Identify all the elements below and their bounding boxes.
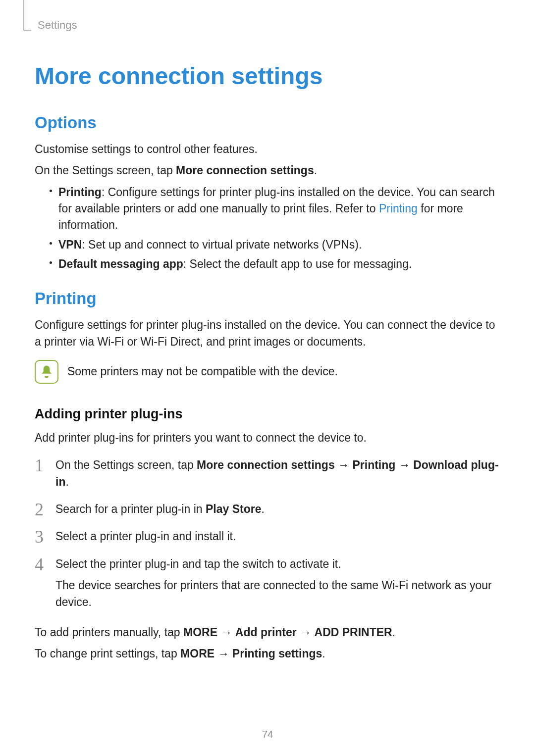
step-item: Select the printer plug-in and tap the s… — [35, 556, 500, 610]
text: Search for a printer plug-in in — [55, 503, 206, 515]
arrow-icon: → — [395, 458, 413, 471]
bullet-dot-icon — [50, 242, 52, 245]
bullet-dot-icon — [50, 261, 52, 264]
options-bullet-list: Printing: Configure settings for printer… — [50, 184, 500, 273]
note-text: Some printers may not be compatible with… — [67, 363, 338, 380]
text: . — [65, 475, 68, 488]
bold-text: VPN — [58, 238, 82, 251]
page: Settings More connection settings Option… — [0, 0, 535, 755]
page-number: 74 — [0, 729, 535, 740]
arrow-icon: → — [297, 626, 315, 639]
bold-text: Printing settings — [232, 647, 322, 660]
text: . — [392, 626, 395, 639]
arrow-icon: → — [214, 647, 232, 660]
bold-text: Play Store — [206, 503, 262, 515]
page-title: More connection settings — [35, 62, 500, 90]
text: Select the printer plug-in and tap the s… — [55, 556, 500, 572]
bold-text: Add printer — [235, 626, 297, 639]
tail-paragraph-1: To add printers manually, tap MORE → Add… — [35, 624, 500, 641]
step-item: Select a printer plug-in and install it. — [35, 528, 500, 545]
options-intro: Customise settings to control other feat… — [35, 141, 500, 157]
bullet-dot-icon — [50, 190, 52, 192]
text: . — [314, 164, 317, 177]
text: : Set up and connect to virtual private … — [82, 238, 362, 251]
note-bell-icon — [35, 360, 58, 384]
bold-text: ADD PRINTER — [315, 626, 392, 639]
bold-text: MORE — [180, 647, 214, 660]
text: . — [322, 647, 325, 660]
note-row: Some printers may not be compatible with… — [35, 360, 500, 384]
text: To add printers manually, tap — [35, 626, 183, 639]
text: On the Settings screen, tap — [35, 164, 176, 177]
section-heading-options: Options — [35, 113, 500, 132]
text: : Select the default app to use for mess… — [183, 257, 412, 270]
text: The device searches for printers that ar… — [55, 577, 500, 610]
subheading-adding-printer-plugins: Adding printer plug-ins — [35, 406, 500, 422]
tail-paragraph-2: To change print settings, tap MORE → Pri… — [35, 646, 500, 662]
subintro: Add printer plug-ins for printers you wa… — [35, 430, 500, 446]
text: Select a printer plug-in and install it. — [55, 530, 236, 543]
link-printing[interactable]: Printing — [379, 202, 418, 215]
step-item: On the Settings screen, tap More connect… — [35, 457, 500, 490]
list-item: VPN: Set up and connect to virtual priva… — [50, 237, 500, 253]
section-heading-printing: Printing — [35, 289, 500, 308]
text: To change print settings, tap — [35, 647, 180, 660]
bold-text: MORE — [183, 626, 217, 639]
bold-text: More connection settings — [176, 164, 314, 177]
page-corner-mark — [23, 0, 31, 31]
options-instruction: On the Settings screen, tap More connect… — [35, 162, 500, 179]
text: On the Settings screen, tap — [55, 458, 197, 471]
printing-intro: Configure settings for printer plug-ins … — [35, 317, 500, 350]
bold-text: More connection settings — [197, 458, 335, 471]
step-item: Search for a printer plug-in in Play Sto… — [35, 501, 500, 517]
list-item: Default messaging app: Select the defaul… — [50, 256, 500, 272]
bold-text: Printing — [352, 458, 395, 471]
steps-list: On the Settings screen, tap More connect… — [35, 457, 500, 610]
arrow-icon: → — [217, 626, 235, 639]
arrow-icon: → — [335, 458, 353, 471]
bold-text: Default messaging app — [58, 257, 183, 270]
list-item: Printing: Configure settings for printer… — [50, 184, 500, 234]
text: . — [262, 503, 265, 515]
bold-text: Printing — [58, 186, 102, 199]
running-header: Settings — [38, 19, 500, 32]
